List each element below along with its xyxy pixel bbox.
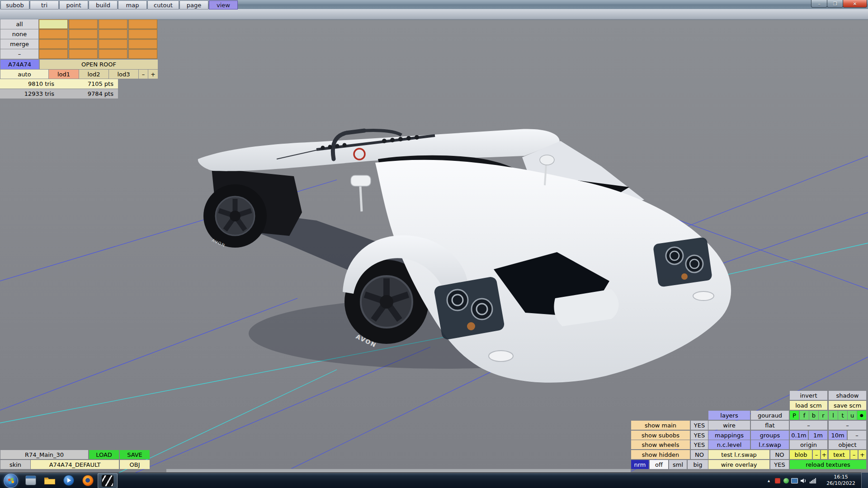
blob-minus-button[interactable]: – [813, 450, 820, 459]
channel-b-button[interactable]: b [809, 411, 818, 420]
subob-grid-cell[interactable] [69, 29, 98, 39]
test-lr-swap-value[interactable]: NO [770, 450, 789, 459]
taskbar-app-1[interactable] [24, 474, 37, 486]
tab-view[interactable]: view [209, 0, 238, 9]
reload-textures-button[interactable]: reload textures [790, 460, 866, 469]
load-button[interactable]: LOAD [89, 450, 119, 459]
channel-p-button[interactable]: P [790, 411, 799, 420]
subob-grid-cell[interactable] [99, 49, 127, 59]
taskbar-media-player[interactable] [62, 474, 75, 486]
lod-minus-button[interactable]: – [139, 70, 148, 79]
show-subobs-value[interactable]: YES [691, 431, 708, 440]
lod1-button[interactable]: lod1 [49, 70, 79, 79]
nrm-big-button[interactable]: big [688, 460, 708, 469]
gouraud-button[interactable]: gouraud [751, 411, 789, 420]
tab-build[interactable]: build [89, 0, 118, 9]
lod-plus-button[interactable]: + [148, 70, 158, 79]
lod2-button[interactable]: lod2 [79, 70, 108, 79]
merge-button[interactable]: merge [0, 39, 38, 49]
show-main-value[interactable]: YES [691, 421, 708, 430]
channel-u-button[interactable]: u [848, 411, 857, 420]
save-scm-button[interactable]: save scm [829, 401, 866, 410]
channel-t-button[interactable]: t [838, 411, 847, 420]
taskbar-firefox[interactable] [81, 474, 94, 486]
subob-grid-cell[interactable] [39, 39, 68, 49]
subob-grid-cell[interactable] [69, 39, 98, 49]
subob-grid-cell[interactable] [128, 19, 157, 29]
text-plus-button[interactable]: + [859, 450, 866, 459]
show-hidden-button[interactable]: show hidden [631, 450, 690, 459]
bottom-scroll-strip[interactable] [166, 469, 631, 473]
channel-f-button[interactable]: f [800, 411, 809, 420]
taskbar-explorer[interactable] [43, 474, 56, 486]
flat-button[interactable]: flat [751, 421, 789, 430]
tray-red-app-icon[interactable] [774, 477, 781, 484]
obj-button[interactable]: OBJ [120, 460, 150, 469]
subob-id-button[interactable]: A74A74 [0, 60, 39, 69]
restore-button[interactable]: ❐ [827, 0, 843, 8]
subob-grid-cell[interactable] [69, 49, 98, 59]
grid-1m-button[interactable]: 1m [809, 431, 827, 440]
tray-show-hidden-icon[interactable]: ▴ [765, 477, 772, 484]
nrm-button[interactable]: nrm [631, 460, 649, 469]
tray-volume-icon[interactable] [800, 477, 807, 484]
object-button[interactable]: object [829, 440, 866, 449]
subob-grid-cell[interactable] [128, 49, 157, 59]
subob-grid-cell[interactable] [99, 39, 127, 49]
origin-button[interactable]: origin [790, 440, 827, 449]
channel-dot-button[interactable]: ● [857, 411, 866, 420]
subob-grid-cell[interactable] [128, 39, 157, 49]
dash-b-button[interactable]: – [829, 421, 866, 430]
subob-grid-cell[interactable] [39, 49, 68, 59]
layers-button[interactable]: layers [708, 411, 750, 420]
dash-a-button[interactable]: – [790, 421, 827, 430]
subob-grid-cell[interactable] [99, 29, 127, 39]
tab-page[interactable]: page [179, 0, 208, 9]
grid-0-1m-button[interactable]: 0.1m [790, 431, 808, 440]
tab-map[interactable]: map [118, 0, 147, 9]
skin-button[interactable]: skin [0, 460, 30, 469]
subob-title-button[interactable]: OPEN ROOF [40, 60, 158, 69]
select-all-button[interactable]: all [0, 19, 38, 29]
blob-button[interactable]: blob [790, 450, 812, 459]
tray-network-icon[interactable] [809, 477, 816, 484]
tab-cutout[interactable]: cutout [147, 0, 179, 9]
dash-button[interactable]: – [0, 49, 38, 59]
groups-button[interactable]: groups [751, 431, 789, 440]
text-minus-button[interactable]: – [850, 450, 858, 459]
mappings-button[interactable]: mappings [708, 431, 750, 440]
subob-grid-cell[interactable] [69, 19, 98, 29]
show-wheels-button[interactable]: show wheels [631, 440, 690, 449]
nc-level-button[interactable]: n.c.level [708, 440, 750, 449]
text-button[interactable]: text [829, 450, 849, 459]
taskbar-clock[interactable]: 16:15 26/10/2022 [823, 474, 859, 487]
subob-grid-cell[interactable] [99, 19, 127, 29]
show-subobs-button[interactable]: show subobs [631, 431, 690, 440]
minimize-button[interactable]: – [811, 0, 827, 8]
wire-overlay-button[interactable]: wire overlay [708, 460, 769, 469]
select-none-button[interactable]: none [0, 29, 38, 39]
subob-grid-cell[interactable] [39, 19, 68, 29]
wire-button[interactable]: wire [708, 421, 750, 430]
shadow-button[interactable]: shadow [829, 391, 866, 400]
tab-tri[interactable]: tri [30, 0, 59, 9]
main-object-name[interactable]: R74_Main_30 [0, 450, 88, 459]
subob-grid-cell[interactable] [39, 29, 68, 39]
nrm-off-button[interactable]: off [650, 460, 668, 469]
channel-r-button[interactable]: r [819, 411, 828, 420]
show-hidden-value[interactable]: NO [691, 450, 708, 459]
show-desktop-button[interactable] [861, 473, 868, 488]
invert-button[interactable]: invert [790, 391, 827, 400]
nrm-sml-button[interactable]: sml [669, 460, 687, 469]
channel-l-button[interactable]: l [829, 411, 838, 420]
save-button[interactable]: SAVE [120, 450, 150, 459]
blob-plus-button[interactable]: + [821, 450, 827, 459]
tab-subob[interactable]: subob [0, 0, 29, 9]
tray-display-icon[interactable] [791, 477, 798, 484]
close-button[interactable]: ✕ [843, 0, 867, 8]
load-scm-button[interactable]: load scm [790, 401, 827, 410]
taskbar-lfs-editor-active[interactable] [98, 473, 118, 488]
subob-grid-cell[interactable] [128, 29, 157, 39]
lr-swap-button[interactable]: l.r.swap [751, 440, 789, 449]
wire-overlay-value[interactable]: YES [770, 460, 789, 469]
